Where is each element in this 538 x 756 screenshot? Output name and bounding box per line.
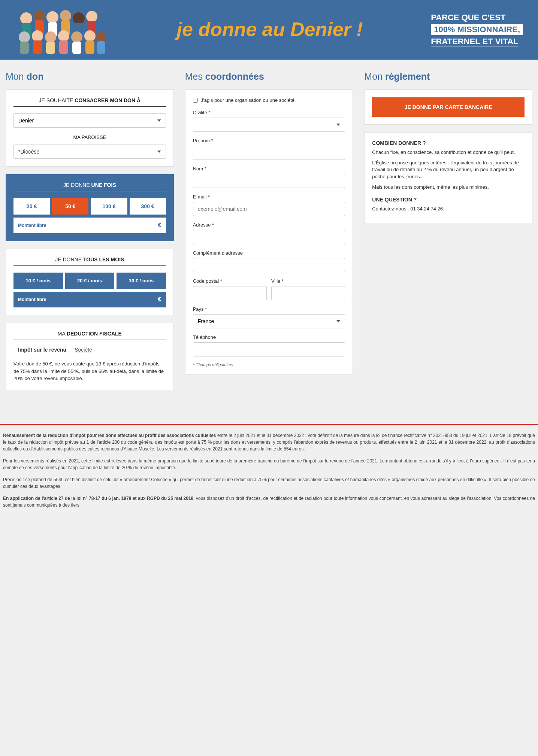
fiscal-label: MA DÉDUCTION FISCALE (13, 331, 166, 340)
currency-symbol: € (158, 222, 161, 229)
divider (0, 424, 538, 425)
tab-income-tax[interactable]: Impôt sur le revenu (18, 347, 66, 354)
payment-heading: Mon règlement (364, 71, 532, 82)
howmuch-heading: COMBIEN DONNER ? (372, 140, 525, 146)
once-card: JE DONNE UNE FOIS 20 € 50 € 100 € 300 € … (6, 174, 174, 241)
address2-input[interactable] (193, 258, 345, 272)
currency-symbol: € (158, 296, 161, 303)
monthly-free-label: Montant libre (18, 292, 158, 307)
svg-rect-21 (72, 42, 81, 54)
target-select[interactable]: Denier (13, 113, 166, 128)
info-card: COMBIEN DONNER ? Chacun fixe, en conscie… (364, 132, 532, 224)
tab-company[interactable]: Société (75, 347, 92, 354)
civility-label: Civilité * (193, 110, 345, 115)
fiscal-text: Votre don de 50 €, ne vous coûte que 13 … (13, 360, 166, 382)
banner-tagline: PARCE QUE C'EST 100% MISSIONNAIRE, FRATE… (431, 13, 523, 46)
city-label: Ville * (271, 278, 345, 284)
svg-point-16 (45, 31, 56, 43)
amount-300[interactable]: 300 € (130, 198, 166, 215)
details-column: Mes coordonnées J'agis pour une organisa… (185, 71, 353, 398)
svg-rect-25 (97, 41, 105, 54)
amount-free-label: Montant libre (18, 218, 158, 233)
monthly-free-row[interactable]: Montant libre € (13, 292, 166, 307)
phone-label: Téléphone (193, 334, 345, 340)
email-input[interactable] (193, 202, 345, 216)
org-label: J'agis pour une organisation ou une soci… (201, 97, 294, 103)
address-label: Adresse * (193, 222, 345, 228)
fiscal-card: MA DÉDUCTION FISCALE Impôt sur le revenu… (6, 323, 174, 390)
details-heading: Mes coordonnées (185, 71, 353, 82)
lastname-label: Nom * (193, 166, 345, 171)
monthly-20[interactable]: 20 € / mois (65, 273, 115, 289)
email-label: E-mail * (193, 194, 345, 200)
donation-column: Mon don JE SOUHAITE CONSACRER MON DON À … (6, 71, 174, 398)
lastname-input[interactable] (193, 174, 345, 188)
banner: je donne au Denier ! PARCE QUE C'EST 100… (0, 0, 538, 60)
svg-rect-19 (59, 40, 68, 54)
firstname-input[interactable] (193, 146, 345, 160)
svg-rect-13 (20, 42, 29, 54)
amount-20[interactable]: 20 € (13, 198, 50, 215)
svg-point-10 (86, 11, 97, 22)
howmuch-p1: Chacun fixe, en conscience, sa contribut… (372, 149, 525, 156)
payment-column: Mon règlement JE DONNE PAR CARTE BANCAIR… (364, 71, 532, 398)
zip-input[interactable] (193, 286, 267, 300)
howmuch-p2: L'Église propose quelques critères : l'é… (372, 160, 525, 180)
svg-point-20 (71, 31, 82, 43)
donation-heading: Mon don (6, 71, 174, 82)
dedicate-label: JE SOUHAITE CONSACRER MON DON À (13, 97, 166, 107)
zip-label: Code postal * (193, 278, 267, 284)
city-input[interactable] (271, 286, 345, 300)
country-label: Pays * (193, 306, 345, 312)
phone-input[interactable] (193, 342, 345, 356)
svg-point-0 (20, 12, 32, 24)
amount-100[interactable]: 100 € (91, 198, 127, 215)
details-card: J'agis pour une organisation ou une soci… (185, 89, 353, 375)
svg-point-6 (60, 10, 71, 21)
howmuch-p3: Mais tous les dons comptent, même les pl… (372, 184, 525, 191)
monthly-label: JE DONNE TOUS LES MOIS (13, 256, 166, 266)
svg-point-4 (46, 11, 58, 23)
amount-free-row[interactable]: Montant libre € (13, 218, 166, 233)
svg-rect-15 (33, 40, 42, 54)
monthly-10[interactable]: 10 € / mois (13, 273, 63, 289)
svg-rect-17 (46, 42, 55, 54)
question-p: Contactez-nous : 01 34 24 74 26 (372, 206, 525, 212)
svg-point-2 (34, 10, 45, 21)
country-select[interactable]: France (193, 314, 345, 328)
once-label: JE DONNE UNE FOIS (13, 182, 166, 191)
svg-point-22 (84, 30, 96, 42)
banner-title: je donne au Denier ! (109, 20, 431, 39)
legal-section: Rehaussement de la réduction d'impôt pou… (0, 432, 538, 529)
submit-card: JE DONNE PAR CARTE BANCAIRE (364, 89, 532, 125)
org-checkbox[interactable] (193, 98, 198, 103)
address2-label: Complément d'adresse (193, 250, 345, 256)
question-heading: UNE QUESTION ? (372, 197, 525, 203)
svg-point-24 (96, 32, 106, 42)
required-note: * Champs obligatoires (193, 362, 345, 367)
address-input[interactable] (193, 230, 345, 244)
amount-50[interactable]: 50 € (52, 198, 88, 215)
people-illustration (15, 5, 109, 54)
svg-point-12 (19, 31, 30, 43)
dedicate-card: JE SOUHAITE CONSACRER MON DON À Denier M… (6, 89, 174, 167)
parish-label: MA PAROISSE (13, 134, 166, 140)
pay-card-button[interactable]: JE DONNE PAR CARTE BANCAIRE (372, 97, 525, 117)
civility-select[interactable] (193, 118, 345, 132)
svg-point-14 (32, 30, 43, 42)
svg-rect-23 (85, 40, 94, 54)
svg-point-8 (73, 12, 85, 24)
monthly-30[interactable]: 30 € / mois (117, 273, 166, 289)
parish-select[interactable]: *Diocèse (13, 145, 166, 159)
firstname-label: Prénom * (193, 138, 345, 143)
monthly-card: JE DONNE TOUS LES MOIS 10 € / mois 20 € … (6, 249, 174, 315)
svg-point-18 (58, 30, 69, 42)
